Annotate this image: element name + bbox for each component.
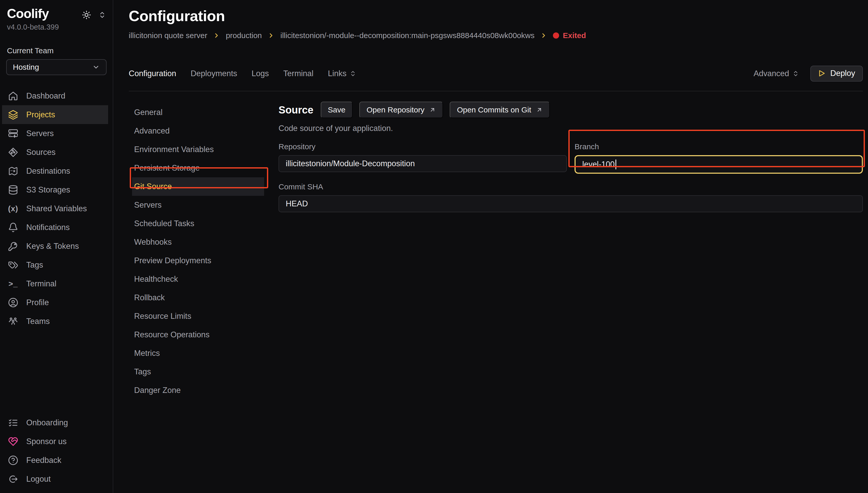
- sidebar-item-label: Sources: [26, 148, 56, 157]
- sidebar-item-keys-tokens[interactable]: Keys & Tokens: [2, 237, 108, 256]
- external-link-arrow-icon: [429, 107, 436, 113]
- status-badge: Exited: [553, 31, 586, 40]
- sidebar-item-sponsor-us[interactable]: Sponsor us: [2, 432, 108, 451]
- subnav-git-source[interactable]: Git Source: [132, 177, 264, 196]
- sidebar-item-label: Onboarding: [26, 418, 68, 427]
- sidebar-item-projects[interactable]: Projects: [2, 105, 108, 124]
- subnav-tags[interactable]: Tags: [132, 363, 264, 381]
- team-select-value: Hosting: [13, 63, 39, 71]
- subnav-persistent-storage[interactable]: Persistent Storage: [132, 159, 264, 177]
- sidebar-item-label: Sponsor us: [26, 437, 67, 446]
- configuration-content: General Advanced Environment Variables P…: [129, 102, 863, 493]
- sidebar-item-label: S3 Storages: [26, 185, 70, 194]
- user-circle-icon: [8, 297, 19, 308]
- map-icon: [8, 166, 19, 176]
- sidebar-item-servers[interactable]: Servers: [2, 124, 108, 143]
- team-select[interactable]: Hosting: [6, 59, 107, 75]
- theme-toggle-sun-icon[interactable]: [82, 10, 91, 20]
- sidebar-item-label: Keys & Tokens: [26, 242, 79, 251]
- main-content: Configuration illicitonion quote server …: [113, 0, 868, 493]
- deploy-label: Deploy: [830, 69, 855, 78]
- subnav-resource-limits[interactable]: Resource Limits: [132, 307, 264, 325]
- tab-links[interactable]: Links: [328, 69, 356, 78]
- sidebar-item-label: Shared Variables: [26, 204, 87, 213]
- deploy-button[interactable]: Deploy: [810, 66, 863, 82]
- commit-sha-input[interactable]: HEAD: [278, 195, 863, 212]
- layers-icon: [8, 109, 19, 120]
- text-cursor: [615, 159, 616, 169]
- sidebar-item-terminal[interactable]: >_ Terminal: [2, 274, 108, 293]
- advanced-dropdown[interactable]: Advanced: [754, 69, 799, 78]
- repository-input[interactable]: illicitestonion/Module-Decomposition: [278, 155, 567, 172]
- repository-label: Repository: [278, 142, 567, 151]
- tab-deployments[interactable]: Deployments: [190, 69, 237, 78]
- sidebar-item-label: Tags: [26, 260, 43, 270]
- sidebar-item-s3-storages[interactable]: S3 Storages: [2, 180, 108, 199]
- tab-links-label: Links: [328, 69, 346, 78]
- sidebar-item-destinations[interactable]: Destinations: [2, 162, 108, 180]
- subnav-metrics[interactable]: Metrics: [132, 344, 264, 363]
- subnav-webhooks[interactable]: Webhooks: [132, 233, 264, 251]
- source-header-row: Source Save Open Repository Open Commits…: [278, 102, 863, 118]
- status-label: Exited: [563, 31, 586, 40]
- chevrons-up-down-icon: [792, 70, 799, 77]
- chevron-right-icon: [540, 32, 547, 39]
- subnav-advanced[interactable]: Advanced: [132, 122, 264, 140]
- bell-icon: [8, 222, 19, 233]
- sidebar-item-label: Destinations: [26, 167, 70, 176]
- sidebar-item-notifications[interactable]: Notifications: [2, 218, 108, 237]
- sidebar-item-tags[interactable]: Tags: [2, 256, 108, 274]
- sidebar-item-profile[interactable]: Profile: [2, 293, 108, 312]
- sidebar-item-shared-variables[interactable]: (x) Shared Variables: [2, 199, 108, 218]
- subnav-danger-zone[interactable]: Danger Zone: [132, 381, 264, 400]
- play-icon: [817, 69, 826, 78]
- server-icon: [8, 128, 19, 139]
- heart-handshake-icon: [8, 436, 19, 447]
- subnav-environment-variables[interactable]: Environment Variables: [132, 140, 264, 159]
- commit-sha-field-group: Commit SHA HEAD: [278, 183, 863, 212]
- subnav-resource-operations[interactable]: Resource Operations: [132, 325, 264, 344]
- tab-terminal[interactable]: Terminal: [283, 69, 314, 78]
- sidebar-item-label: Terminal: [26, 279, 56, 288]
- sidebar-item-dashboard[interactable]: Dashboard: [2, 86, 108, 105]
- sidebar-item-onboarding[interactable]: Onboarding: [2, 413, 108, 432]
- sidebar-nav: Dashboard Projects Servers Sources: [0, 86, 113, 330]
- subnav-scheduled-tasks[interactable]: Scheduled Tasks: [132, 214, 264, 233]
- checklist-icon: [8, 417, 19, 428]
- logo-row: Coolify: [0, 5, 113, 21]
- sidebar-collapse-chevrons-icon[interactable]: [98, 11, 106, 19]
- breadcrumb-application[interactable]: illicitestonion/-module--decomposition:m…: [280, 31, 534, 40]
- terminal-icon: >_: [8, 278, 19, 289]
- tab-bar: Configuration Deployments Logs Terminal …: [129, 66, 863, 91]
- branch-field-group: Branch level-100: [575, 142, 863, 174]
- chevron-right-icon: [268, 32, 275, 39]
- app-logo: Coolify: [7, 7, 49, 21]
- breadcrumb-project[interactable]: illicitonion quote server: [129, 31, 207, 40]
- sidebar-item-feedback[interactable]: Feedback: [2, 451, 108, 470]
- subnav-general[interactable]: General: [132, 103, 264, 122]
- sidebar-item-label: Teams: [26, 317, 50, 326]
- external-link-arrow-icon: [536, 107, 543, 113]
- home-icon: [8, 90, 19, 101]
- breadcrumb-environment[interactable]: production: [226, 31, 262, 40]
- open-repository-button[interactable]: Open Repository: [359, 102, 443, 118]
- app-version: v4.0.0-beta.399: [0, 23, 113, 31]
- save-button[interactable]: Save: [321, 102, 353, 118]
- open-commits-button[interactable]: Open Commits on Git: [450, 102, 550, 118]
- advanced-label: Advanced: [754, 69, 789, 78]
- coolify-app: Coolify v4.0.0-beta.399 Current Team Hos…: [0, 0, 868, 493]
- subnav-preview-deployments[interactable]: Preview Deployments: [132, 251, 264, 270]
- sidebar-item-logout[interactable]: Logout: [2, 470, 108, 488]
- tab-configuration[interactable]: Configuration: [129, 69, 176, 78]
- branch-input[interactable]: level-100: [575, 155, 863, 174]
- git-source-icon: [8, 147, 19, 158]
- subnav-healthcheck[interactable]: Healthcheck: [132, 270, 264, 288]
- tab-logs[interactable]: Logs: [252, 69, 269, 78]
- sidebar: Coolify v4.0.0-beta.399 Current Team Hos…: [0, 0, 113, 493]
- sidebar-item-sources[interactable]: Sources: [2, 143, 108, 162]
- sidebar-item-teams[interactable]: Teams: [2, 312, 108, 330]
- subnav-servers[interactable]: Servers: [132, 196, 264, 214]
- current-team-label: Current Team: [0, 46, 113, 55]
- subnav-rollback[interactable]: Rollback: [132, 288, 264, 307]
- source-description: Code source of your application.: [278, 124, 863, 133]
